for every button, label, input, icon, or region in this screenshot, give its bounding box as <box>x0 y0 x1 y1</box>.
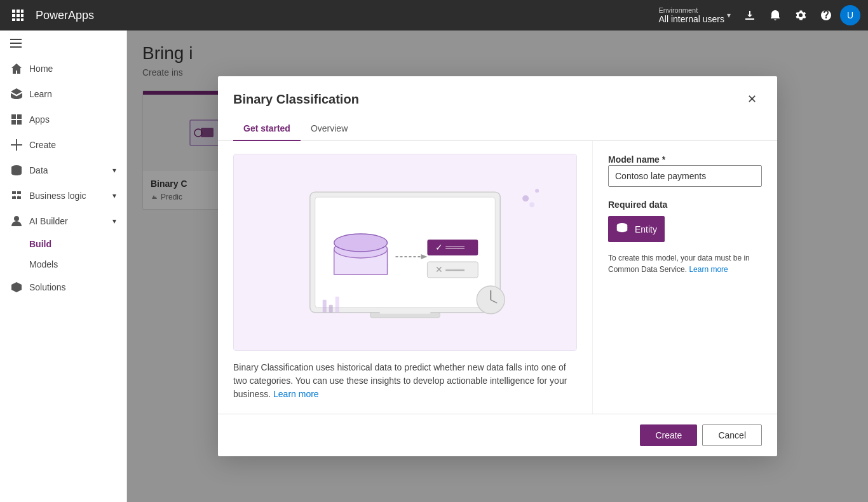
svg-rect-14 <box>11 120 16 125</box>
sidebar-item-solutions[interactable]: Solutions <box>0 275 126 300</box>
model-name-label: Model name * <box>608 154 665 165</box>
settings-button[interactable] <box>789 4 812 27</box>
svg-point-18 <box>18 196 19 197</box>
tab-overview[interactable]: Overview <box>301 117 358 141</box>
entity-chip[interactable]: Entity <box>608 216 665 242</box>
sidebar-item-home-label: Home <box>29 64 53 74</box>
svg-rect-3 <box>12 14 15 17</box>
svg-rect-9 <box>10 39 22 40</box>
sidebar-item-learn[interactable]: Learn <box>0 81 126 107</box>
environment-selector[interactable]: Environment All internal users ▾ <box>659 6 731 24</box>
svg-rect-6 <box>12 18 15 21</box>
ai-builder-chevron-icon: ▾ <box>112 217 116 226</box>
sidebar-item-create[interactable]: Create <box>0 132 126 158</box>
modal-illustration: ✓ ═══ ✕ ═══ <box>233 154 577 351</box>
svg-text:✕ ═══: ✕ ═══ <box>435 264 465 275</box>
data-note-text: To create this model, your data must be … <box>608 254 750 274</box>
modal-left-panel: ✓ ═══ ✕ ═══ <box>218 141 593 414</box>
topbar-actions: U <box>738 4 860 27</box>
modal-close-button[interactable]: ✕ <box>742 89 762 109</box>
sidebar-item-ai-builder[interactable]: AI Builder ▾ <box>0 208 126 234</box>
svg-point-39 <box>529 202 534 207</box>
main-layout: Home Learn Apps Create Data ▾ <box>0 31 868 502</box>
sidebar-item-business-logic[interactable]: Business logic ▾ <box>0 183 126 208</box>
svg-marker-20 <box>11 282 22 292</box>
svg-point-37 <box>522 195 529 201</box>
required-data-label: Required data <box>608 200 762 210</box>
description-learn-more-link[interactable]: Learn more <box>273 389 319 399</box>
modal-footer: Create Cancel <box>218 414 777 456</box>
modal-overlay: Binary Classification ✕ Get started Over… <box>127 31 868 502</box>
modal-header: Binary Classification ✕ <box>218 76 777 109</box>
svg-point-19 <box>14 216 19 221</box>
sidebar-item-home[interactable]: Home <box>0 56 126 81</box>
modal-tabs: Get started Overview <box>218 117 777 141</box>
solutions-icon <box>10 281 23 294</box>
content-area: Bring i Create ins Binary C Predic <box>127 31 868 502</box>
topbar: PowerApps Environment All internal users… <box>0 0 868 31</box>
cancel-button[interactable]: Cancel <box>702 424 762 446</box>
create-icon <box>10 139 23 151</box>
close-icon: ✕ <box>747 92 757 106</box>
modal-title: Binary Classification <box>233 92 359 107</box>
environment-chevron-icon: ▾ <box>727 11 731 20</box>
data-learn-more-link[interactable]: Learn more <box>689 265 728 274</box>
environment-label: Environment <box>659 6 725 14</box>
svg-rect-4 <box>17 14 20 17</box>
sidebar-item-data[interactable]: Data ▾ <box>0 158 126 183</box>
svg-rect-40 <box>323 300 327 313</box>
environment-value: All internal users <box>659 14 725 24</box>
notifications-button[interactable] <box>764 4 787 27</box>
sidebar-item-create-label: Create <box>29 140 56 150</box>
sidebar-item-solutions-label: Solutions <box>29 282 66 292</box>
help-button[interactable] <box>815 4 837 27</box>
data-icon <box>10 164 23 177</box>
svg-rect-13 <box>17 114 22 119</box>
learn-icon <box>10 88 23 100</box>
download-button[interactable] <box>738 4 761 27</box>
svg-rect-47 <box>380 311 431 314</box>
model-name-input[interactable] <box>608 165 762 187</box>
svg-rect-2 <box>21 10 24 13</box>
sidebar-item-apps-label: Apps <box>29 114 50 125</box>
svg-rect-0 <box>12 10 15 13</box>
svg-point-38 <box>535 189 539 193</box>
svg-rect-11 <box>10 46 22 48</box>
sidebar-item-learn-label: Learn <box>29 89 52 99</box>
sidebar-item-models-label: Models <box>29 259 58 269</box>
svg-rect-15 <box>17 120 22 125</box>
app-logo: PowerApps <box>36 9 94 22</box>
svg-rect-10 <box>10 43 22 44</box>
sidebar-item-apps[interactable]: Apps <box>0 107 126 132</box>
sidebar-item-build[interactable]: Build <box>0 234 126 254</box>
svg-text:✓ ═══: ✓ ═══ <box>435 242 465 252</box>
create-button[interactable]: Create <box>640 424 697 446</box>
svg-point-17 <box>14 196 15 197</box>
home-icon <box>10 62 23 75</box>
sidebar-item-business-logic-label: Business logic <box>29 191 86 201</box>
business-logic-icon <box>10 189 23 202</box>
sidebar-item-models[interactable]: Models <box>0 254 126 275</box>
waffle-menu-button[interactable] <box>8 5 28 25</box>
business-logic-chevron-icon: ▾ <box>112 191 116 200</box>
entity-label: Entity <box>635 224 657 234</box>
svg-rect-42 <box>336 297 339 313</box>
ai-builder-icon <box>10 215 23 227</box>
sidebar-item-ai-builder-label: AI Builder <box>29 216 68 226</box>
binary-classification-modal: Binary Classification ✕ Get started Over… <box>218 76 777 456</box>
svg-rect-5 <box>21 14 24 17</box>
sidebar: Home Learn Apps Create Data ▾ <box>0 31 127 502</box>
apps-icon <box>10 113 23 126</box>
svg-rect-41 <box>329 305 333 313</box>
user-avatar[interactable]: U <box>840 5 860 25</box>
svg-rect-8 <box>21 18 24 21</box>
data-chevron-icon: ▾ <box>112 166 116 175</box>
svg-rect-7 <box>17 18 20 21</box>
entity-icon <box>616 221 628 237</box>
modal-description: Binary Classification uses historical da… <box>233 361 577 401</box>
modal-body: ✓ ═══ ✕ ═══ <box>218 141 777 414</box>
sidebar-toggle-button[interactable] <box>0 31 126 56</box>
tab-get-started[interactable]: Get started <box>233 117 301 141</box>
data-note: To create this model, your data must be … <box>608 252 762 275</box>
sidebar-item-build-label: Build <box>29 239 51 249</box>
